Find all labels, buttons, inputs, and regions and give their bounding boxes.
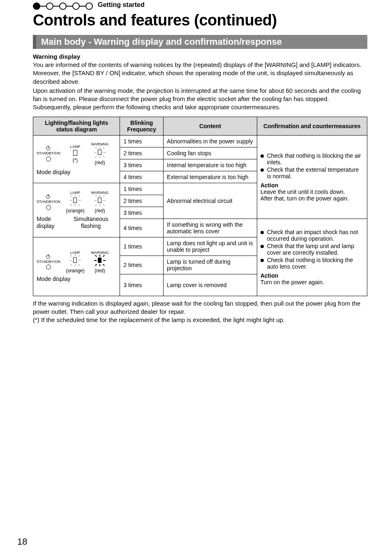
step-1-icon xyxy=(33,2,40,10)
freq-cell: 3 times xyxy=(120,159,164,171)
mode-display-label: Mode display xyxy=(37,276,116,283)
content-cell: Cooling fan stops xyxy=(164,147,257,159)
mode-display-label: Mode display xyxy=(37,216,60,230)
content-cell: Internal temperature is too high xyxy=(164,159,257,171)
mode-display-label: Mode display xyxy=(37,169,116,176)
step-connector xyxy=(53,6,59,7)
freq-cell: 1 times xyxy=(120,237,164,255)
power-icon xyxy=(46,146,50,150)
intro-paragraph-1: You are informed of the contents of warn… xyxy=(33,61,367,86)
step-2-icon xyxy=(46,2,53,10)
lamp-flash-icon xyxy=(69,255,81,266)
warning-table: Lighting/flashing lights status diagram … xyxy=(33,117,367,296)
action-text: Leave the unit until it cools down. xyxy=(261,189,364,195)
standby-label: STANDBY/ON xyxy=(37,260,60,264)
warning-label: WARNING xyxy=(90,191,110,195)
content-cell: External temperature is too high xyxy=(164,171,257,183)
lamp-label: LAMP xyxy=(65,191,85,195)
lamp-label: LAMP xyxy=(65,145,85,149)
col-header-freq: Blinking Frequency xyxy=(120,117,164,135)
diagram-cell-1: STANDBY/ON LAMP (*) WARNING (red) xyxy=(33,135,120,183)
diagram-cell-2: STANDBY/ON LAMP (orange) WARNING xyxy=(33,183,120,237)
col-header-diagram: Lighting/flashing lights status diagram xyxy=(33,117,120,135)
step-5-icon xyxy=(85,2,93,10)
lamp-star: (*) xyxy=(65,157,85,163)
warning-display-subhead: Warning display xyxy=(33,53,367,60)
action-text: Turn on the power again. xyxy=(261,279,364,285)
warning-red: (red) xyxy=(90,160,110,166)
content-cell: Abnormal electrical circuit xyxy=(164,183,257,219)
counter-cell-1: Check that nothing is blocking the air i… xyxy=(257,135,367,219)
counter-bullet: Check that an impact shock has not occur… xyxy=(261,229,364,242)
warning-red: (red) xyxy=(90,208,110,214)
power-icon xyxy=(46,255,50,259)
warning-lit-icon xyxy=(94,255,106,266)
power-icon xyxy=(46,195,50,199)
lamp-box-icon xyxy=(73,150,77,156)
step-connector xyxy=(40,6,46,7)
progress-indicator xyxy=(33,2,93,10)
simultaneous-label: Simultaneous flashing xyxy=(65,216,116,230)
lamp-flash-icon xyxy=(69,195,81,206)
lamp-orange: (orange) xyxy=(65,268,85,274)
step-3-icon xyxy=(59,2,67,10)
content-cell: Lamp cover is removed xyxy=(164,274,257,296)
warning-label: WARNING xyxy=(90,251,110,255)
freq-cell: 1 times xyxy=(120,183,164,195)
col-header-content: Content xyxy=(164,117,257,135)
standby-circle-icon xyxy=(46,265,51,269)
intro-paragraph-2: Upon activation of the warning mode, the… xyxy=(33,87,367,112)
freq-cell: 1 times xyxy=(120,135,164,147)
progress-label: Getting started xyxy=(98,1,145,9)
freq-cell: 2 times xyxy=(120,195,164,207)
warning-flash-icon xyxy=(94,147,106,158)
freq-cell: 2 times xyxy=(120,147,164,159)
page-number: 18 xyxy=(17,536,27,547)
freq-cell: 3 times xyxy=(120,274,164,296)
section-heading: Main body - Warning display and confirma… xyxy=(33,35,367,49)
diagram-cell-3: STANDBY/ON LAMP (orange) WARNING xyxy=(33,237,120,296)
lamp-label: LAMP xyxy=(65,251,85,255)
counter-bullet: Check that nothing is blocking the auto … xyxy=(261,257,364,270)
warning-label: WARNING xyxy=(90,142,110,147)
table-header-row: Lighting/flashing lights status diagram … xyxy=(33,117,367,135)
standby-circle-icon xyxy=(46,205,51,210)
action-label: Action xyxy=(261,272,364,279)
footer-paragraph-2: (*) If the scheduled time for the replac… xyxy=(33,316,367,324)
col-header-counter: Confirmation and countermeasures xyxy=(257,117,367,135)
action-text: After that, turn on the power again. xyxy=(261,195,364,202)
freq-cell: 4 times xyxy=(120,219,164,237)
counter-bullet: Check that the external temperature is n… xyxy=(261,166,364,180)
counter-cell-2: Check that an impact shock has not occur… xyxy=(257,219,367,296)
step-connector xyxy=(80,6,85,7)
lamp-orange: (orange) xyxy=(65,208,85,214)
freq-cell: 4 times xyxy=(120,171,164,183)
table-row: STANDBY/ON LAMP (*) WARNING (red) xyxy=(33,135,367,147)
standby-circle-icon xyxy=(46,157,51,161)
content-cell: If something is wrong with the automatic… xyxy=(164,219,257,237)
counter-bullet: Check that the lamp unit and lamp cover … xyxy=(261,243,364,256)
freq-cell: 2 times xyxy=(120,255,164,274)
warning-flash-icon xyxy=(94,195,106,206)
freq-cell: 3 times xyxy=(120,207,164,219)
page-title: Controls and features (continued) xyxy=(33,12,367,29)
step-4-icon xyxy=(72,2,80,10)
step-connector xyxy=(67,6,72,7)
content-cell: Lamp does not light up and unit is unabl… xyxy=(164,237,257,255)
footer-paragraph-1: If the warning indication is displayed a… xyxy=(33,299,367,316)
standby-label: STANDBY/ON xyxy=(37,151,60,155)
content-cell: Lamp is turned off during projection xyxy=(164,255,257,274)
action-label: Action xyxy=(261,182,364,189)
progress-header: Getting started xyxy=(33,0,367,10)
warning-red: (red) xyxy=(90,268,110,274)
counter-bullet: Check that nothing is blocking the air i… xyxy=(261,152,364,166)
content-cell: Abnormalities in the power supply xyxy=(164,135,257,147)
standby-label: STANDBY/ON xyxy=(37,200,60,204)
